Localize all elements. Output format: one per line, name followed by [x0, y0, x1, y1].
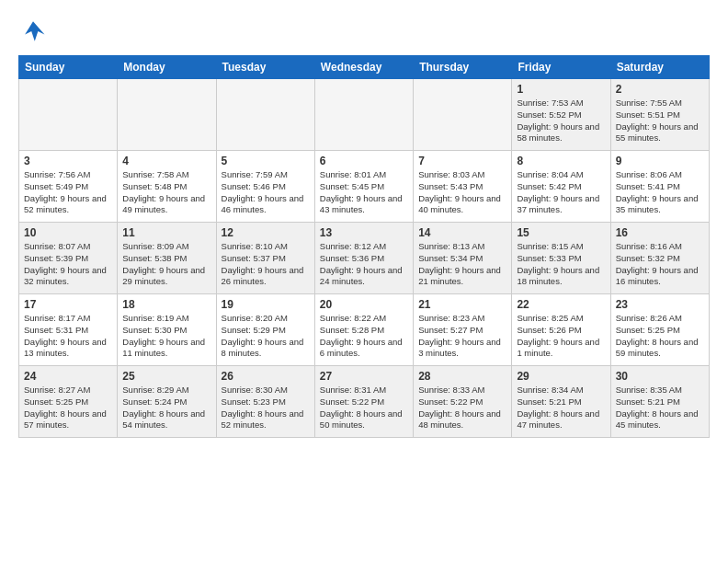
weekday-header-tuesday: Tuesday [216, 56, 314, 79]
page: SundayMondayTuesdayWednesdayThursdayFrid… [0, 0, 728, 451]
logo-bird-icon [18, 17, 48, 46]
day-number: 20 [320, 298, 408, 311]
calendar-day-cell: 18Sunrise: 8:19 AM Sunset: 5:30 PM Dayli… [118, 294, 216, 366]
day-info: Sunrise: 8:10 AM Sunset: 5:37 PM Dayligh… [222, 241, 310, 288]
day-info: Sunrise: 7:55 AM Sunset: 5:51 PM Dayligh… [616, 98, 704, 144]
day-info: Sunrise: 7:58 AM Sunset: 5:48 PM Dayligh… [122, 169, 210, 216]
day-info: Sunrise: 8:25 AM Sunset: 5:26 PM Dayligh… [517, 313, 605, 360]
calendar-week-row: 10Sunrise: 8:07 AM Sunset: 5:39 PM Dayli… [19, 223, 710, 294]
day-number: 16 [616, 226, 704, 239]
calendar-day-cell: 20Sunrise: 8:22 AM Sunset: 5:28 PM Dayli… [314, 294, 413, 366]
calendar-day-cell: 9Sunrise: 8:06 AM Sunset: 5:41 PM Daylig… [610, 151, 709, 223]
day-info: Sunrise: 8:20 AM Sunset: 5:29 PM Dayligh… [222, 313, 310, 360]
header [18, 17, 710, 46]
calendar-day-cell: 25Sunrise: 8:29 AM Sunset: 5:24 PM Dayli… [118, 366, 216, 438]
day-number: 13 [320, 226, 408, 239]
day-number: 12 [222, 226, 310, 239]
day-info: Sunrise: 8:06 AM Sunset: 5:41 PM Dayligh… [616, 169, 704, 216]
day-number: 3 [24, 155, 112, 167]
calendar-day-cell: 6Sunrise: 8:01 AM Sunset: 5:45 PM Daylig… [314, 151, 413, 223]
day-info: Sunrise: 8:09 AM Sunset: 5:38 PM Dayligh… [122, 241, 210, 288]
day-info: Sunrise: 8:34 AM Sunset: 5:21 PM Dayligh… [517, 385, 605, 431]
calendar-day-cell: 14Sunrise: 8:13 AM Sunset: 5:34 PM Dayli… [414, 223, 512, 294]
calendar-day-cell [118, 79, 216, 151]
day-info: Sunrise: 8:17 AM Sunset: 5:31 PM Dayligh… [24, 313, 112, 360]
day-number: 28 [418, 370, 506, 383]
calendar-day-cell [216, 79, 314, 151]
day-number: 21 [418, 298, 506, 311]
calendar-day-cell: 1Sunrise: 7:53 AM Sunset: 5:52 PM Daylig… [512, 79, 610, 151]
day-number: 11 [122, 226, 210, 239]
day-info: Sunrise: 8:07 AM Sunset: 5:39 PM Dayligh… [24, 241, 112, 288]
day-number: 2 [616, 83, 704, 96]
day-info: Sunrise: 8:29 AM Sunset: 5:24 PM Dayligh… [122, 385, 210, 431]
day-number: 19 [222, 298, 310, 311]
logo [18, 17, 51, 46]
day-number: 25 [122, 370, 210, 383]
calendar-day-cell: 26Sunrise: 8:30 AM Sunset: 5:23 PM Dayli… [216, 366, 314, 438]
day-info: Sunrise: 8:13 AM Sunset: 5:34 PM Dayligh… [418, 241, 506, 288]
day-number: 26 [222, 370, 310, 383]
calendar-day-cell: 15Sunrise: 8:15 AM Sunset: 5:33 PM Dayli… [512, 223, 610, 294]
calendar-day-cell: 12Sunrise: 8:10 AM Sunset: 5:37 PM Dayli… [216, 223, 314, 294]
calendar-day-cell: 7Sunrise: 8:03 AM Sunset: 5:43 PM Daylig… [414, 151, 512, 223]
calendar-week-row: 3Sunrise: 7:56 AM Sunset: 5:49 PM Daylig… [19, 151, 710, 223]
day-number: 22 [517, 298, 605, 311]
weekday-header-sunday: Sunday [19, 56, 118, 79]
weekday-header-wednesday: Wednesday [314, 56, 413, 79]
day-number: 18 [122, 298, 210, 311]
day-info: Sunrise: 8:30 AM Sunset: 5:23 PM Dayligh… [222, 385, 310, 431]
calendar-day-cell: 13Sunrise: 8:12 AM Sunset: 5:36 PM Dayli… [314, 223, 413, 294]
calendar-week-row: 1Sunrise: 7:53 AM Sunset: 5:52 PM Daylig… [19, 79, 710, 151]
day-number: 14 [418, 226, 506, 239]
day-number: 17 [24, 298, 112, 311]
calendar-day-cell: 16Sunrise: 8:16 AM Sunset: 5:32 PM Dayli… [610, 223, 709, 294]
day-info: Sunrise: 8:23 AM Sunset: 5:27 PM Dayligh… [418, 313, 506, 360]
calendar-day-cell: 4Sunrise: 7:58 AM Sunset: 5:48 PM Daylig… [118, 151, 216, 223]
calendar-day-cell: 10Sunrise: 8:07 AM Sunset: 5:39 PM Dayli… [19, 223, 118, 294]
calendar-day-cell: 30Sunrise: 8:35 AM Sunset: 5:21 PM Dayli… [610, 366, 709, 438]
calendar-day-cell: 22Sunrise: 8:25 AM Sunset: 5:26 PM Dayli… [512, 294, 610, 366]
calendar-day-cell: 2Sunrise: 7:55 AM Sunset: 5:51 PM Daylig… [610, 79, 709, 151]
calendar-day-cell: 8Sunrise: 8:04 AM Sunset: 5:42 PM Daylig… [512, 151, 610, 223]
day-number: 29 [517, 370, 605, 383]
day-number: 9 [616, 155, 704, 167]
day-info: Sunrise: 8:19 AM Sunset: 5:30 PM Dayligh… [122, 313, 210, 360]
weekday-header-monday: Monday [118, 56, 216, 79]
svg-marker-0 [25, 21, 44, 40]
day-info: Sunrise: 8:04 AM Sunset: 5:42 PM Dayligh… [517, 169, 605, 216]
day-info: Sunrise: 8:26 AM Sunset: 5:25 PM Dayligh… [616, 313, 704, 360]
calendar-day-cell [19, 79, 118, 151]
calendar-day-cell: 3Sunrise: 7:56 AM Sunset: 5:49 PM Daylig… [19, 151, 118, 223]
calendar-week-row: 17Sunrise: 8:17 AM Sunset: 5:31 PM Dayli… [19, 294, 710, 366]
day-number: 6 [320, 155, 408, 167]
day-number: 30 [616, 370, 704, 383]
calendar-day-cell: 19Sunrise: 8:20 AM Sunset: 5:29 PM Dayli… [216, 294, 314, 366]
calendar-header-row: SundayMondayTuesdayWednesdayThursdayFrid… [19, 56, 710, 79]
day-info: Sunrise: 8:16 AM Sunset: 5:32 PM Dayligh… [616, 241, 704, 288]
calendar-day-cell [314, 79, 413, 151]
day-info: Sunrise: 8:22 AM Sunset: 5:28 PM Dayligh… [320, 313, 408, 360]
calendar-day-cell: 29Sunrise: 8:34 AM Sunset: 5:21 PM Dayli… [512, 366, 610, 438]
calendar-day-cell: 11Sunrise: 8:09 AM Sunset: 5:38 PM Dayli… [118, 223, 216, 294]
calendar-day-cell: 28Sunrise: 8:33 AM Sunset: 5:22 PM Dayli… [414, 366, 512, 438]
day-number: 10 [24, 226, 112, 239]
day-info: Sunrise: 8:15 AM Sunset: 5:33 PM Dayligh… [517, 241, 605, 288]
calendar-day-cell: 21Sunrise: 8:23 AM Sunset: 5:27 PM Dayli… [414, 294, 512, 366]
day-info: Sunrise: 8:35 AM Sunset: 5:21 PM Dayligh… [616, 385, 704, 431]
day-number: 7 [418, 155, 506, 167]
weekday-header-thursday: Thursday [414, 56, 512, 79]
day-info: Sunrise: 8:33 AM Sunset: 5:22 PM Dayligh… [418, 385, 506, 431]
day-number: 27 [320, 370, 408, 383]
calendar-table: SundayMondayTuesdayWednesdayThursdayFrid… [18, 55, 710, 438]
day-info: Sunrise: 7:56 AM Sunset: 5:49 PM Dayligh… [24, 169, 112, 216]
calendar-day-cell: 5Sunrise: 7:59 AM Sunset: 5:46 PM Daylig… [216, 151, 314, 223]
day-number: 5 [222, 155, 310, 167]
day-number: 24 [24, 370, 112, 383]
calendar-day-cell: 24Sunrise: 8:27 AM Sunset: 5:25 PM Dayli… [19, 366, 118, 438]
day-info: Sunrise: 8:27 AM Sunset: 5:25 PM Dayligh… [24, 385, 112, 431]
day-number: 8 [517, 155, 605, 167]
calendar-week-row: 24Sunrise: 8:27 AM Sunset: 5:25 PM Dayli… [19, 366, 710, 438]
day-info: Sunrise: 7:53 AM Sunset: 5:52 PM Dayligh… [517, 98, 605, 144]
calendar-day-cell: 27Sunrise: 8:31 AM Sunset: 5:22 PM Dayli… [314, 366, 413, 438]
